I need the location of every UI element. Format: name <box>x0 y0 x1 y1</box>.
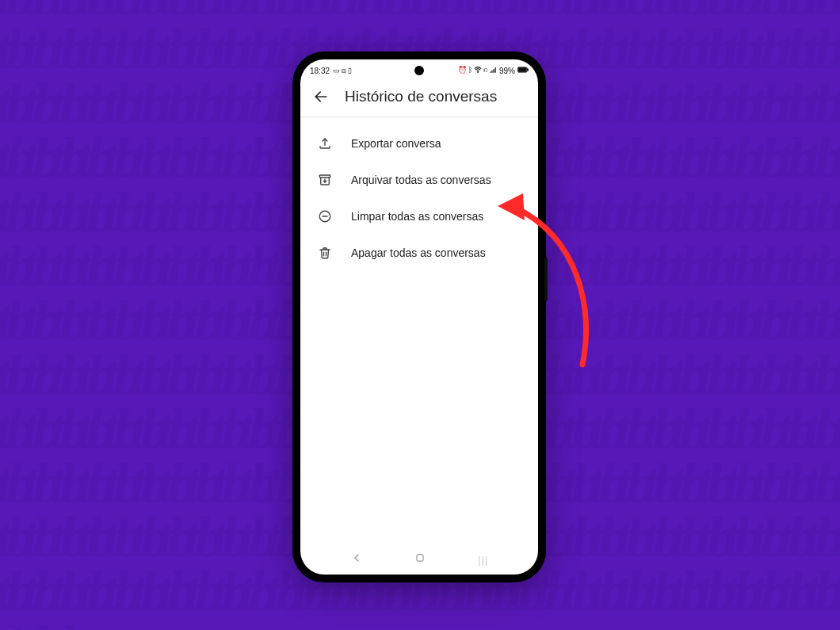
nav-back-icon[interactable] <box>350 552 363 567</box>
battery-icon <box>517 66 529 75</box>
phone-frame: 18:32 ▭ ⧈ ▯ ⏰ ᛒ ⎌ <box>292 52 546 582</box>
app-header: Histórico de conversas <box>300 78 538 117</box>
minus-circle-icon <box>318 209 332 223</box>
sim-icon: ▯ <box>348 67 352 75</box>
phone-camera-hole <box>414 66 424 75</box>
nav-home-icon[interactable] <box>414 552 426 566</box>
menu-item-label: Arquivar todas as conversas <box>351 174 491 186</box>
menu-item-delete[interactable]: Apagar todas as conversas <box>300 235 538 271</box>
menu-item-label: Exportar conversa <box>351 137 441 150</box>
back-arrow-icon[interactable] <box>313 89 329 105</box>
svg-rect-5 <box>319 175 330 178</box>
alarm-icon: ⏰ <box>458 66 467 75</box>
menu-item-export[interactable]: Exportar conversa <box>300 125 538 162</box>
signal-icon <box>489 66 497 75</box>
page-title: Histórico de conversas <box>345 88 497 105</box>
menu-item-label: Limpar todas as conversas <box>351 210 483 223</box>
wifi-icon <box>474 66 482 75</box>
svg-rect-10 <box>417 555 423 561</box>
phone-screen: 18:32 ▭ ⧈ ▯ ⏰ ᛒ ⎌ <box>300 59 538 575</box>
upload-icon <box>318 136 332 151</box>
archive-icon <box>318 173 332 187</box>
card-icon: ▭ <box>333 67 340 75</box>
status-right: ⏰ ᛒ ⎌ 99% <box>458 66 529 75</box>
menu-item-clear[interactable]: Limpar todas as conversas <box>300 198 538 235</box>
battery-percentage: 99% <box>499 67 515 75</box>
phone-side-button <box>544 258 548 301</box>
svg-rect-2 <box>518 68 526 72</box>
android-nav-bar: ||| <box>300 542 538 575</box>
svg-rect-3 <box>527 68 528 71</box>
volte-icon: ⎌ <box>483 66 487 75</box>
status-right-icons: ⏰ ᛒ ⎌ <box>458 66 497 75</box>
status-left: 18:32 ▭ ⧈ ▯ <box>310 67 352 75</box>
status-time: 18:32 <box>310 67 330 75</box>
menu-item-label: Apagar todas as conversas <box>351 246 486 259</box>
calendar-icon: ⧈ <box>342 67 346 75</box>
status-left-icons: ▭ ⧈ ▯ <box>333 67 352 75</box>
trash-icon <box>318 246 332 260</box>
bluetooth-icon: ᛒ <box>468 66 472 75</box>
nav-recents-icon[interactable]: ||| <box>478 553 488 566</box>
settings-menu: Exportar conversa Arquivar todas as conv… <box>300 117 538 279</box>
svg-point-0 <box>478 72 479 73</box>
menu-item-archive[interactable]: Arquivar todas as conversas <box>300 162 538 198</box>
